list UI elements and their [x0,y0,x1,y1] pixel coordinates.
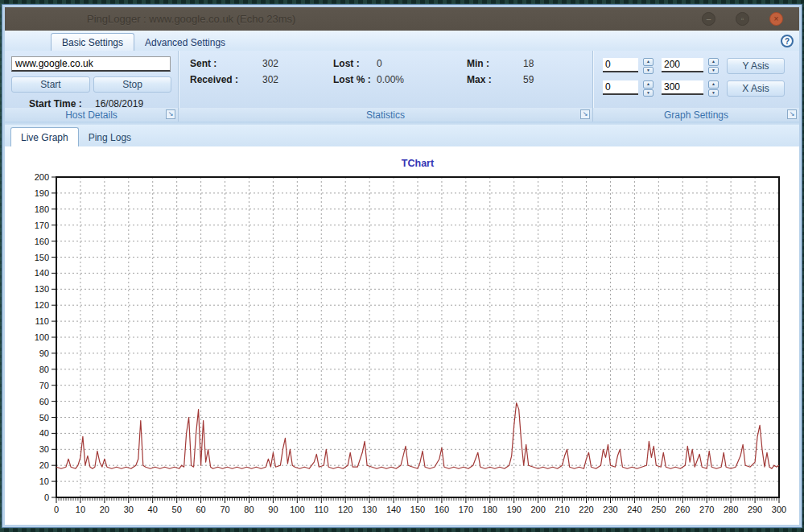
host-input[interactable] [11,56,171,72]
svg-text:90: 90 [268,505,278,514]
svg-text:160: 160 [35,237,49,246]
svg-text:80: 80 [39,365,49,374]
svg-text:280: 280 [724,505,738,514]
statistics-content: Sent : 302 Received : 302 Lost : 0 Lost … [179,51,592,108]
ping-chart: 0102030405060708090100110120130140150160… [5,146,799,525]
svg-text:70: 70 [220,505,229,514]
stop-button[interactable]: Stop [93,76,171,93]
document-tab-strip: Live Graph Ping Logs [5,125,799,146]
svg-text:60: 60 [39,397,49,406]
graph-settings-caption-text: Graph Settings [664,109,728,121]
svg-text:130: 130 [362,505,377,514]
svg-text:220: 220 [579,505,593,514]
svg-text:200: 200 [530,505,545,514]
minimize-icon: – [707,15,711,23]
dialog-launcher-icon[interactable]: ↘ [787,109,797,119]
ribbon-body: Start Stop Start Time : 16/08/2019 13:35… [5,51,799,122]
app-window: PingLogger : www.google.co.uk (Echo 23ms… [2,5,802,527]
lost-pct-value: 0.00% [377,74,404,85]
svg-text:100: 100 [290,505,304,514]
tab-live-graph[interactable]: Live Graph [10,127,79,146]
svg-text:40: 40 [39,428,49,438]
svg-text:190: 190 [507,505,522,514]
svg-text:70: 70 [39,381,49,390]
lost-label: Lost : [333,58,360,69]
title-bar[interactable]: PingLogger : www.google.co.uk (Echo 23ms… [5,7,799,31]
svg-text:170: 170 [35,221,49,230]
svg-text:240: 240 [627,505,641,514]
x-max-stepper: ▲ ▼ [708,80,719,97]
received-label: Received : [190,74,238,85]
svg-text:110: 110 [314,505,328,514]
svg-text:30: 30 [39,444,49,454]
svg-text:260: 260 [675,505,690,514]
x-max-down-button[interactable]: ▼ [708,89,719,97]
svg-text:110: 110 [35,316,49,326]
maximize-button[interactable]: ▫ [736,12,749,26]
svg-text:210: 210 [555,505,569,514]
ribbon-tab-strip: Basic Settings Advanced Settings ? [5,31,799,51]
y-max-input[interactable] [662,58,703,72]
y-min-up-button[interactable]: ▲ [643,58,654,66]
lost-value: 0 [377,58,382,69]
svg-text:90: 90 [39,348,49,358]
svg-text:80: 80 [244,505,254,514]
help-icon: ? [785,37,790,46]
close-button[interactable]: × [769,12,783,26]
x-max-up-button[interactable]: ▲ [708,80,719,89]
desktop: { "window": { "title": "PingLogger : www… [0,0,804,532]
max-value: 59 [523,74,534,85]
y-min-input[interactable] [603,58,638,72]
start-button[interactable]: Start [11,76,90,93]
tab-advanced-settings[interactable]: Advanced Settings [134,34,236,51]
svg-text:0: 0 [54,505,59,514]
y-max-down-button[interactable]: ▼ [708,67,719,75]
x-axis-button[interactable]: X Asis [727,80,785,97]
tab-basic-settings[interactable]: Basic Settings [51,33,134,51]
x-min-input[interactable] [603,80,638,95]
max-label: Max : [467,74,492,85]
y-axis-button[interactable]: Y Asis [727,58,785,74]
svg-text:130: 130 [35,284,49,294]
svg-text:180: 180 [35,204,49,214]
svg-text:10: 10 [39,476,49,486]
help-button[interactable]: ? [781,35,794,47]
received-value: 302 [262,74,278,85]
sent-value: 302 [262,58,278,69]
svg-text:160: 160 [435,505,449,514]
y-min-down-button[interactable]: ▼ [643,67,654,75]
sent-label: Sent : [190,58,216,69]
minimize-button[interactable]: – [702,12,715,26]
group-host-details: Start Stop Start Time : 16/08/2019 13:35… [5,51,179,122]
host-details-content: Start Stop Start Time : 16/08/2019 13:35… [5,51,178,108]
live-graph-panel: 0102030405060708090100110120130140150160… [5,146,799,525]
statistics-caption-text: Statistics [366,109,405,121]
group-graph-settings: ▲ ▼ ▲ ▼ Y Asis ▲ ▼ ▲ ▼ [593,51,799,122]
dialog-launcher-icon[interactable]: ↘ [166,109,175,119]
graph-settings-content: ▲ ▼ ▲ ▼ Y Asis ▲ ▼ ▲ ▼ [593,51,799,108]
host-details-caption: Host Details ↘ [5,108,178,122]
close-icon: × [774,15,779,23]
svg-text:200: 200 [35,172,49,182]
group-statistics: Sent : 302 Received : 302 Lost : 0 Lost … [179,51,593,122]
tab-ping-logs[interactable]: Ping Logs [79,128,141,146]
svg-text:150: 150 [35,253,49,262]
x-max-input[interactable] [662,80,703,95]
y-max-up-button[interactable]: ▲ [708,58,719,66]
svg-text:140: 140 [386,505,401,514]
dialog-launcher-icon[interactable]: ↘ [580,109,590,119]
window-title: PingLogger : www.google.co.uk (Echo 23ms… [87,13,295,25]
svg-text:300: 300 [772,505,786,514]
svg-text:270: 270 [699,505,714,514]
x-min-up-button[interactable]: ▲ [643,80,654,89]
x-min-down-button[interactable]: ▼ [643,89,654,97]
svg-text:170: 170 [459,505,473,514]
svg-text:50: 50 [172,505,182,514]
lost-pct-label: Lost % : [333,74,371,85]
svg-text:140: 140 [35,268,49,278]
svg-text:40: 40 [148,505,158,514]
svg-text:20: 20 [39,460,49,470]
x-min-stepper: ▲ ▼ [643,80,654,97]
svg-text:TChart: TChart [402,158,435,169]
svg-text:120: 120 [35,300,49,310]
